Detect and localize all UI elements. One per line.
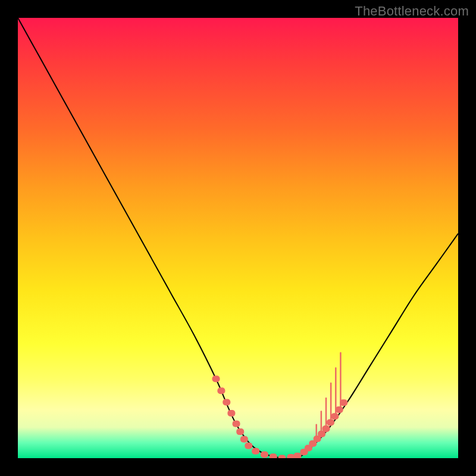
highlight-dot: [227, 410, 235, 416]
highlight-dot: [340, 399, 347, 406]
highlight-dot: [293, 453, 301, 458]
highlight-dot: [223, 399, 230, 406]
highlight-dot: [261, 452, 268, 458]
highlight-dot: [245, 443, 252, 449]
highlight-dot: [278, 455, 286, 459]
watermark-text: TheBottleneck.com: [355, 4, 469, 19]
highlight-dot: [336, 406, 343, 413]
highlight-dot: [233, 421, 240, 427]
highlight-dot: [270, 453, 277, 458]
bottleneck-curve: [18, 18, 458, 458]
highlight-dot: [236, 428, 244, 435]
highlight-dot: [287, 454, 295, 458]
highlight-dot: [212, 375, 220, 382]
highlight-dot: [240, 436, 248, 443]
highlight-dot: [217, 387, 225, 394]
highlight-dot: [322, 425, 330, 432]
highlight-dot: [331, 413, 339, 419]
chart-svg: [18, 18, 458, 458]
highlight-dot: [252, 448, 259, 455]
highlight-dot: [327, 419, 334, 426]
